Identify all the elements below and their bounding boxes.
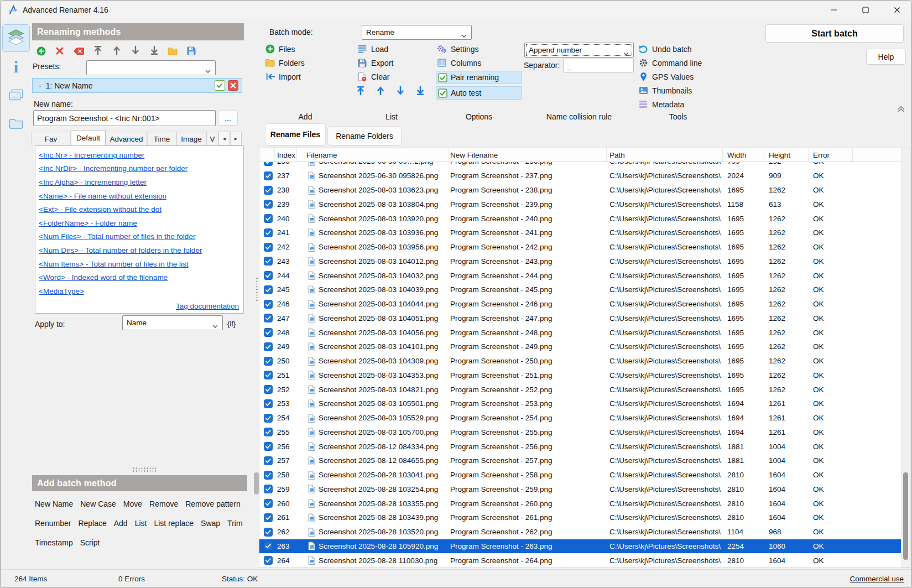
row-checkbox[interactable] [259,456,275,465]
table-row[interactable]: 253Screenshot 2025-08-03 105501.pngProgr… [259,397,902,411]
row-checkbox[interactable] [259,257,275,266]
sidebar-item-methods[interactable] [2,24,30,52]
move-file-bottom-button[interactable] [413,84,428,97]
add-batch-method-button[interactable]: List replace [154,519,194,528]
add-batch-method-button[interactable]: Remove [149,499,178,508]
command-line-button[interactable]: Command line [638,58,702,67]
add-batch-method-button[interactable]: Script [80,538,100,547]
header-error[interactable]: Error [809,148,853,162]
row-checkbox[interactable] [259,300,275,309]
table-row[interactable]: 257Screenshot 2025-08-12 084655.pngProgr… [259,454,902,468]
presets-combobox[interactable] [86,60,216,75]
auto-test-toggle[interactable]: Auto test [436,86,522,100]
row-checkbox[interactable] [259,542,275,550]
clear-methods-button[interactable] [72,45,85,57]
remove-method-button[interactable] [54,45,66,57]
add-batch-method-button[interactable]: Remove pattern [185,499,241,508]
tag-link[interactable]: <Inc Nr> - Incrementing number [39,151,144,159]
table-row[interactable]: 261Screenshot 2025-08-28 103439.pngProgr… [259,511,902,525]
pair-renaming-toggle[interactable]: Pair renaming [436,71,522,84]
row-checkbox[interactable] [259,200,275,209]
table-row[interactable]: 248Screenshot 2025-08-03 104056.pngProgr… [259,325,902,340]
row-checkbox[interactable] [259,342,275,351]
thumbnails-button[interactable]: Thumbnails [638,86,692,95]
export-list-button[interactable]: Export [357,58,393,67]
separator-input[interactable] [563,59,634,72]
undo-batch-button[interactable]: Undo batch [638,44,692,54]
move-method-up-button[interactable] [111,44,123,56]
tab-rename-files[interactable]: Rename Files [265,123,326,145]
row-checkbox[interactable] [259,428,275,436]
table-row[interactable]: 262Screenshot 2025-08-28 103520.pngProgr… [259,525,902,539]
tab-advanced[interactable]: Advanced [106,132,147,145]
row-checkbox[interactable] [259,399,275,408]
add-batch-method-button[interactable]: Renumber [35,519,71,528]
tag-link[interactable]: <Name> - File name without extension [39,192,166,200]
clear-list-button[interactable]: Clear [357,72,389,81]
tab-time[interactable]: Time [147,132,176,145]
row-checkbox[interactable] [259,328,275,337]
add-batch-method-button[interactable]: List [135,519,147,528]
tab-fav[interactable]: Fav [31,132,71,145]
tag-link[interactable]: <Num Files> - Total number of files in t… [39,232,195,241]
tab-default[interactable]: Default [71,130,106,145]
table-row[interactable]: 256Screenshot 2025-08-12 084334.pngProgr… [259,439,902,454]
tag-link[interactable]: <Inc NrDir> - Incrementing number per fo… [39,164,187,173]
header-filename[interactable]: Filename [297,148,449,162]
add-folders-button[interactable]: Folders [265,58,305,67]
splitter-handle[interactable] [254,472,259,495]
help-button[interactable]: Help [866,49,906,65]
table-row[interactable]: 242Screenshot 2025-08-03 103956.pngProgr… [259,240,902,254]
move-file-down-button[interactable] [393,84,408,97]
add-files-button[interactable]: Files [265,44,295,54]
row-checkbox[interactable] [259,414,275,423]
open-preset-folder-button[interactable] [166,45,179,57]
table-row[interactable]: 239Screenshot 2025-08-03 103804.pngProgr… [259,197,902,212]
table-row[interactable]: 255Screenshot 2025-08-03 105700.pngProgr… [259,425,902,440]
table-row[interactable]: 254Screenshot 2025-08-03 105529.pngProgr… [259,411,902,425]
new-name-more-button[interactable]: ... [218,111,238,126]
table-row[interactable]: 250Screenshot 2025-08-03 104309.pngProgr… [259,354,902,368]
commercial-use-link[interactable]: Commercial use [850,575,904,583]
row-checkbox[interactable] [259,485,275,493]
row-checkbox[interactable] [259,357,275,366]
import-button[interactable]: Import [265,72,301,81]
table-row[interactable]: 237Screenshot 2025-06-30 095826.pngProgr… [259,169,902,183]
tab-video-cut[interactable]: V [206,132,218,145]
header-checkbox-column[interactable] [259,148,275,162]
table-row[interactable]: 264Screenshot 2025-08-28 110030.pngProgr… [259,553,902,568]
table-row[interactable]: 258Screenshot 2025-08-28 103041.pngProgr… [259,468,902,482]
header-width[interactable]: Width [723,148,764,162]
row-checkbox[interactable] [259,442,275,451]
table-row[interactable]: 259Screenshot 2025-08-28 103254.pngProgr… [259,482,902,497]
tag-link[interactable]: <Word> - Indexed word of the filename [39,273,168,282]
row-checkbox[interactable] [259,171,275,180]
tab-scroll-left-button[interactable]: ◀ [218,132,230,145]
table-row[interactable]: 240Screenshot 2025-08-03 103920.pngProgr… [259,211,902,226]
move-file-up-button[interactable] [373,84,388,97]
row-checkbox[interactable] [259,186,275,195]
add-batch-method-button[interactable]: Swap [201,519,220,528]
table-row[interactable]: 241Screenshot 2025-08-03 103936.pngProgr… [259,226,902,240]
tag-link[interactable]: <Num Items> - Total number of files in t… [39,260,189,268]
tag-link[interactable]: <FolderName> - Folder name [39,219,137,227]
header-path[interactable]: Path [607,148,723,162]
table-row[interactable]: 246Screenshot 2025-08-03 104044.pngProgr… [259,297,902,311]
minimize-button[interactable] [818,1,850,19]
move-file-top-button[interactable] [353,84,368,97]
save-preset-button[interactable] [185,45,197,57]
table-row[interactable]: 260Screenshot 2025-08-28 103355.pngProgr… [259,496,902,511]
tab-image[interactable]: Image [176,132,206,145]
sidebar-item-folders[interactable] [7,117,25,133]
row-checkbox[interactable] [259,471,275,480]
tag-link[interactable]: <MediaType> [39,287,84,295]
batch-mode-combobox[interactable]: Rename [362,25,472,40]
close-button[interactable] [881,1,912,19]
row-checkbox[interactable] [259,271,275,280]
add-batch-method-button[interactable]: Move [123,499,142,508]
add-batch-method-button[interactable]: New Name [35,499,73,508]
row-checkbox[interactable] [259,371,275,379]
columns-button[interactable]: Columns [437,58,481,67]
tag-link[interactable]: <Ext> - File extension without the dot [39,205,161,214]
table-row[interactable]: 244Screenshot 2025-08-03 104032.pngProgr… [259,268,902,283]
